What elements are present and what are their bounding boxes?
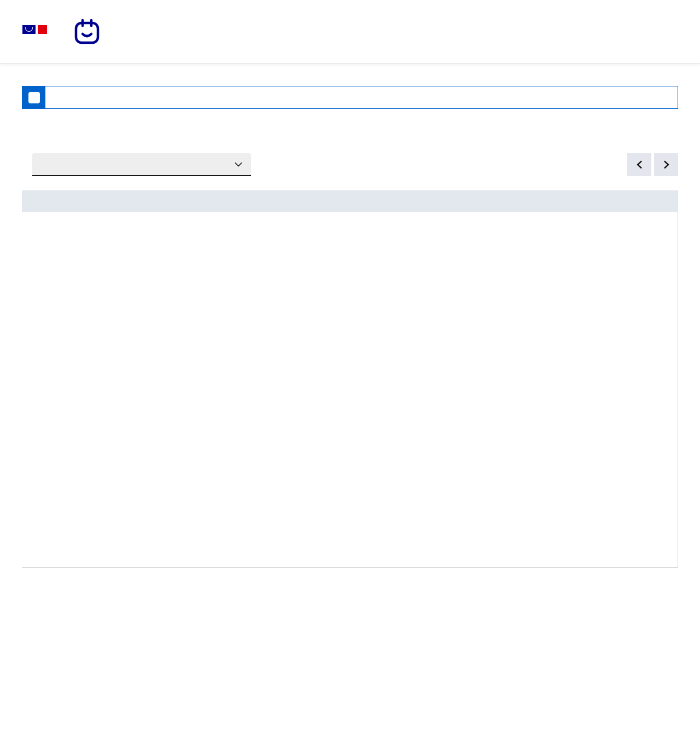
close-icon[interactable] — [657, 86, 678, 108]
chevron-down-icon — [235, 162, 242, 167]
calendar-day-headers — [22, 190, 678, 212]
logo-group — [22, 18, 106, 45]
agent-select[interactable] — [32, 153, 251, 176]
rdv-service-public-logo — [73, 18, 106, 45]
previous-week-button[interactable] — [627, 153, 651, 176]
chevron-left-icon — [637, 160, 643, 169]
calendar-smile-icon — [73, 18, 101, 45]
week-nav — [627, 153, 678, 176]
chevron-right-icon — [663, 160, 669, 169]
agenda-bar — [22, 153, 678, 176]
week-calendar — [22, 190, 678, 568]
french-flag-icon — [22, 25, 47, 34]
next-week-button[interactable] — [654, 153, 678, 176]
main-content — [0, 86, 700, 585]
success-banner — [22, 86, 678, 109]
calendar-grid[interactable] — [22, 212, 678, 568]
site-header — [0, 0, 700, 63]
republique-francaise-logo — [22, 25, 47, 38]
banner-message — [45, 86, 657, 108]
info-icon — [22, 86, 45, 108]
